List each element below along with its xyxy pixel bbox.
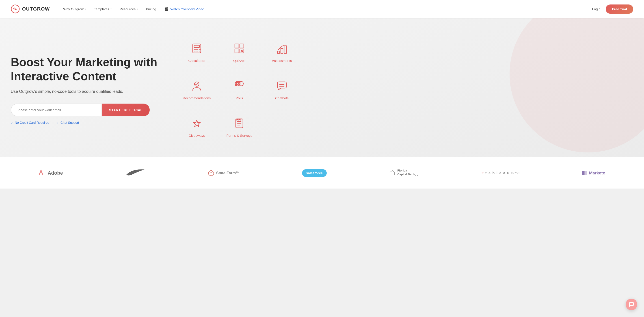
features-grid: Calculators Quizzes <box>176 36 302 144</box>
svg-rect-24 <box>278 82 286 88</box>
feature-calculators[interactable]: Calculators <box>176 36 217 69</box>
logos-section: Adobe State Farm™ salesforce <box>0 157 644 189</box>
check-chat-support: ✓ Chat Support <box>56 121 79 124</box>
checkmark-icon: ✓ <box>11 121 14 124</box>
chatbots-label: Chatbots <box>275 96 288 100</box>
nav-actions: Login Free Trial <box>592 5 633 14</box>
nav-links: Why Outgrow ▾ Templates ▾ Resources ▾ Pr… <box>63 7 592 11</box>
svg-rect-36 <box>390 172 394 175</box>
feature-recommendations[interactable]: Recommendations <box>176 73 217 106</box>
feature-polls[interactable]: Polls <box>219 73 260 106</box>
chevron-down-icon: ▾ <box>137 8 138 10</box>
svg-rect-3 <box>194 45 200 48</box>
svg-rect-16 <box>278 51 280 53</box>
svg-rect-11 <box>240 44 244 48</box>
login-button[interactable]: Login <box>592 7 600 11</box>
adobe-text: Adobe <box>48 170 63 176</box>
svg-rect-33 <box>238 119 239 120</box>
check-no-credit-card: ✓ No Credit Card Required <box>11 121 49 124</box>
polls-icon <box>233 80 246 93</box>
feature-quizzes[interactable]: Quizzes <box>219 36 260 69</box>
chatbots-icon <box>276 80 288 93</box>
navbar: OUTGROW Why Outgrow ▾ Templates ▾ Resour… <box>0 0 644 18</box>
hero-section: Boost Your Marketing with Interactive Co… <box>0 18 644 157</box>
assessments-icon <box>276 42 288 56</box>
svg-rect-17 <box>281 49 283 53</box>
giveaways-icon <box>190 117 203 130</box>
logo-salesforce: salesforce <box>302 169 327 177</box>
svg-rect-10 <box>235 44 239 48</box>
start-trial-button[interactable]: START FREE TRIAL <box>102 104 150 116</box>
feature-giveaways[interactable]: Giveaways <box>176 111 217 144</box>
checkmark-icon: ✓ <box>56 121 59 124</box>
logo-tableau: + t a b l e a u SERVER <box>482 170 520 176</box>
hero-subtitle: Use Outgrow's simple, no-code tools to a… <box>11 89 163 95</box>
video-icon: 🎬 <box>164 7 168 11</box>
logo-statefarm: State Farm™ <box>208 170 240 176</box>
svg-rect-34 <box>240 119 241 120</box>
email-form: START FREE TRIAL <box>11 104 150 116</box>
svg-line-21 <box>196 83 198 85</box>
nav-resources[interactable]: Resources ▾ <box>120 7 138 11</box>
logo-marketo: Marketo <box>582 170 606 176</box>
calculators-label: Calculators <box>188 59 205 63</box>
svg-rect-39 <box>586 171 587 175</box>
free-trial-button[interactable]: Free Trial <box>606 5 633 14</box>
svg-rect-37 <box>582 171 584 175</box>
recommendations-icon <box>190 80 203 93</box>
hero-content: Boost Your Marketing with Interactive Co… <box>11 55 163 124</box>
adobe-icon <box>38 169 46 177</box>
email-input[interactable] <box>11 104 102 116</box>
feature-chatbots[interactable]: Chatbots <box>262 73 302 106</box>
quizzes-label: Quizzes <box>233 59 245 63</box>
logo-nike <box>126 169 146 177</box>
logo-text: OUTGROW <box>22 6 50 12</box>
hero-title: Boost Your Marketing with Interactive Co… <box>11 55 163 83</box>
chat-icon <box>629 302 634 307</box>
feature-forms-surveys[interactable]: Forms & Surveys <box>219 111 260 144</box>
calculator-icon <box>190 42 203 56</box>
svg-rect-18 <box>284 46 286 53</box>
giveaways-label: Giveaways <box>188 134 205 137</box>
svg-marker-35 <box>38 169 44 175</box>
feature-checks: ✓ No Credit Card Required ✓ Chat Support <box>11 121 163 124</box>
chevron-down-icon: ▾ <box>110 8 112 10</box>
svg-point-1 <box>14 8 16 10</box>
recommendations-label: Recommendations <box>182 96 211 100</box>
chevron-down-icon: ▾ <box>85 8 86 10</box>
watch-video-link[interactable]: 🎬 Watch Overview Video <box>164 7 204 11</box>
logo-florida-capital: FloridaCapital BankN.A. <box>389 169 419 177</box>
nav-why-outgrow[interactable]: Why Outgrow ▾ <box>63 7 86 11</box>
logo-adobe: Adobe <box>38 169 63 177</box>
nav-templates[interactable]: Templates ▾ <box>94 7 111 11</box>
chat-button[interactable] <box>626 299 637 310</box>
forms-surveys-icon <box>233 117 246 130</box>
nav-pricing[interactable]: Pricing <box>146 7 156 11</box>
svg-rect-38 <box>584 171 586 175</box>
forms-surveys-label: Forms & Surveys <box>226 134 252 137</box>
polls-label: Polls <box>236 96 243 100</box>
svg-rect-32 <box>236 119 238 120</box>
logo-link[interactable]: OUTGROW <box>11 5 50 14</box>
assessments-label: Assessments <box>272 59 292 63</box>
feature-assessments[interactable]: Assessments <box>262 36 302 69</box>
svg-rect-12 <box>235 49 239 53</box>
quizzes-icon <box>233 42 246 56</box>
logo-icon <box>11 5 20 14</box>
